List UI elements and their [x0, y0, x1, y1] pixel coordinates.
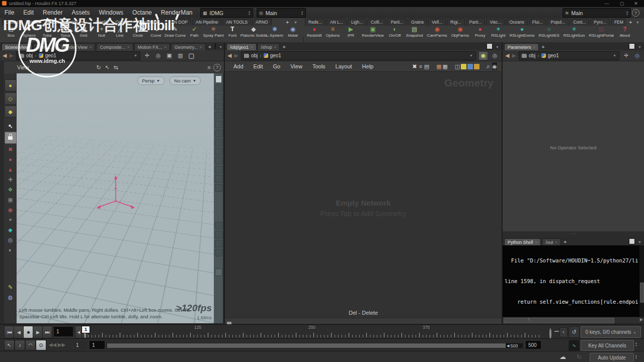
net-menu-go[interactable]: Go	[269, 63, 285, 69]
display-toggle-icon[interactable]	[215, 94, 222, 101]
viewport-tool-icon[interactable]: ✦	[6, 215, 15, 224]
parameters-path-combo[interactable]: obj › geo1 ▼	[519, 51, 619, 60]
pin-icon[interactable]: ✛	[143, 52, 151, 60]
current-frame-flag[interactable]: 1	[82, 326, 90, 333]
shelf-tab-redshift[interactable]: Reds...	[305, 19, 326, 26]
display-toggle-icon[interactable]	[215, 130, 222, 137]
close-icon[interactable]: ×	[90, 45, 92, 49]
close-icon[interactable]: ×	[251, 45, 253, 49]
back-icon[interactable]: ◀	[227, 53, 231, 58]
sticky-note-icon[interactable]	[461, 62, 466, 70]
shelf-tab[interactable]: RenderMan...	[134, 19, 167, 26]
tab-geometry[interactable]: Geometry...×	[171, 43, 206, 50]
tab-motion-fx[interactable]: Motion FX...×	[134, 43, 170, 50]
shelf-tool-ipr[interactable]: ▶IPR	[342, 26, 360, 38]
shelf-tool-platonic-solids[interactable]: ◆Platonic Solids	[242, 26, 266, 38]
shelf-tool-rslightportal[interactable]: □RSLightPortal	[587, 26, 616, 38]
tree-view-icon[interactable]: ≡	[418, 62, 423, 70]
shell-vertical-scrollbar[interactable]	[639, 245, 644, 317]
pane-splitter[interactable]: ⋯	[503, 231, 644, 237]
snapshot-panel-icon[interactable]: ▢	[187, 52, 196, 60]
playback-start-field[interactable]: 1	[89, 340, 105, 349]
display-toggle-icon[interactable]	[215, 249, 222, 256]
split-panel-icon[interactable]: ◫	[455, 62, 460, 70]
display-toggle-icon[interactable]	[215, 184, 222, 192]
shelf-tool-redshift[interactable]: ●Redshift	[305, 26, 324, 38]
shelf-tab[interactable]: Colli...	[367, 19, 386, 26]
menu-assets[interactable]: Assets	[67, 7, 94, 18]
shelf-tool-onoff[interactable]: ◐On/Off	[386, 26, 404, 38]
display-toggle-icon[interactable]	[215, 103, 222, 110]
audio-toggle-button[interactable]: ♪	[15, 340, 25, 350]
shelf-tab[interactable]: Model	[44, 19, 62, 26]
net-menu-tools[interactable]: Tools	[308, 63, 330, 69]
shelf-tool-options[interactable]: ≡Options	[324, 26, 342, 38]
tab-render-view[interactable]: Render View×	[58, 43, 95, 50]
shell-horizontal-scrollbar[interactable]: ⠿ ▶	[503, 317, 644, 323]
add-tab-icon[interactable]: +	[562, 239, 568, 245]
viewport-tool-icon[interactable]: ◉	[6, 205, 15, 214]
scoped-channels-icon[interactable]: ∿	[569, 340, 580, 351]
memory-indicator[interactable]	[215, 75, 222, 83]
scene-path-combo[interactable]: obj › geo1 ▼	[16, 51, 140, 60]
display-toggle-icon[interactable]	[215, 139, 222, 146]
view-tool-icon[interactable]: ↻	[95, 63, 103, 71]
shelf-tool-torus[interactable]: ◎Torus	[56, 26, 74, 38]
color-palette-icon[interactable]: ▦	[436, 62, 441, 70]
shelf-tab[interactable]: AN Pipeline	[192, 19, 221, 26]
character-picker-icon[interactable]: ▥	[176, 52, 185, 60]
shelf-tool-rslightdome[interactable]: ●RSLightDome	[508, 26, 537, 38]
shelf-tab[interactable]: AN TOOLS	[222, 19, 251, 26]
grid-snap-icon[interactable]: ▦	[443, 62, 448, 70]
follow-selection-icon[interactable]: ◉	[478, 51, 488, 60]
shelf-tool-font[interactable]: TFont	[223, 26, 242, 38]
global-start-field[interactable]: 1	[73, 340, 87, 349]
close-icon[interactable]: ×	[164, 45, 167, 49]
auto-update-dropdown[interactable]: Auto Update	[590, 353, 634, 362]
display-toggle-icon[interactable]	[215, 157, 222, 164]
handles-tool-icon[interactable]: ⇆	[112, 63, 120, 71]
scrollbar-thumb[interactable]: ⠿	[504, 318, 614, 323]
main-desktop-selector-right[interactable]: ≋ Main ▲▼	[562, 8, 631, 18]
visibility-icon[interactable]: ◉	[492, 62, 498, 71]
scrollbar-thumb[interactable]	[640, 283, 644, 303]
geometry-spreadsheet-icon[interactable]: ▣	[165, 52, 174, 60]
close-icon[interactable]: ×	[533, 45, 536, 49]
close-button[interactable]: ✕	[631, 1, 641, 7]
loop-back-icon[interactable]: ◀◀	[48, 340, 57, 349]
camera-selector[interactable]: No cam▼	[170, 76, 201, 85]
tab-python-shell[interactable]: Python Shell×	[504, 238, 541, 245]
menu-render[interactable]: Render	[38, 7, 67, 18]
playback-range-slider[interactable]: ◀ 500	[107, 343, 523, 348]
shelf-tab[interactable]: Visc...	[486, 19, 505, 26]
add-tab-icon[interactable]: +	[207, 44, 213, 50]
close-icon[interactable]: ×	[555, 240, 557, 244]
tab-obj-geo1[interactable]: /obj/geo1×	[226, 43, 257, 50]
key-all-channels-dropdown[interactable]: Key All Channels	[581, 340, 634, 351]
scroll-right-icon[interactable]: ▶	[640, 317, 643, 322]
tab-animation[interactable]: Anima...	[33, 43, 57, 50]
pane-layout-icon[interactable]	[215, 43, 216, 49]
scrollbar-handle[interactable]	[215, 268, 222, 276]
gallery-icon[interactable]	[474, 62, 479, 70]
message-log-icon[interactable]: ☁	[559, 353, 566, 360]
display-toggle-icon[interactable]	[215, 148, 222, 155]
display-toggle-icon[interactable]	[215, 84, 222, 92]
shelf-tab[interactable]: Create	[2, 19, 22, 26]
viewport-tool-icon[interactable]: ●	[6, 155, 15, 164]
shelf-tab-menu-icon[interactable]: ▼	[636, 21, 639, 24]
minimize-button[interactable]: —	[602, 1, 612, 7]
back-icon[interactable]: ◀	[505, 53, 509, 58]
shelf-tab[interactable]: AN DOP	[168, 19, 191, 26]
viewport-tool-icon[interactable]: ▲	[6, 165, 15, 174]
pane-layout-icon[interactable]	[487, 43, 493, 49]
tab-shop[interactable]: /shop×	[258, 43, 280, 50]
shelf-tab[interactable]: Ligh...	[348, 19, 366, 26]
view-menu[interactable]: View	[17, 64, 29, 70]
shelf-tab[interactable]: Grains	[408, 19, 427, 26]
shelf-tab[interactable]: Modify	[23, 19, 43, 26]
viewport-tool-icon[interactable]: ✖	[6, 145, 15, 154]
shelf-tool-metaball[interactable]: ◉Metal	[284, 26, 302, 38]
shelf-tool-sphere[interactable]: ●Sphere	[20, 26, 38, 38]
shelf-tab[interactable]: FEM	[611, 19, 626, 26]
